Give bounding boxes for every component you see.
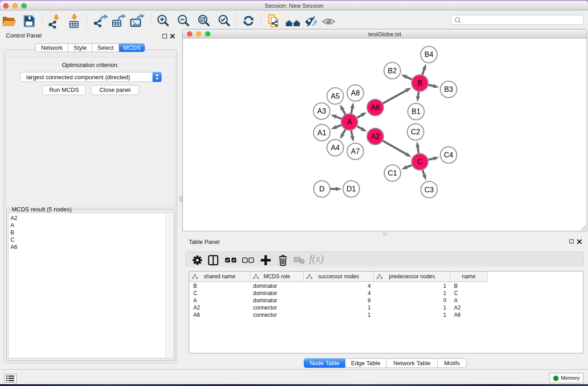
svg-text:A3: A3: [317, 107, 326, 115]
svg-text:B: B: [417, 79, 422, 87]
svg-text:B4: B4: [425, 51, 434, 58]
svg-text:C1: C1: [388, 169, 397, 177]
svg-text:D1: D1: [347, 185, 356, 193]
svg-text:B1: B1: [411, 108, 421, 115]
svg-text:C: C: [417, 158, 423, 166]
svg-text:C4: C4: [444, 151, 454, 159]
svg-text:B2: B2: [388, 67, 397, 75]
svg-text:A1: A1: [317, 129, 326, 137]
svg-text:A: A: [347, 118, 352, 126]
svg-text:C3: C3: [425, 186, 434, 194]
svg-text:B3: B3: [444, 86, 453, 93]
svg-text:A7: A7: [351, 148, 360, 155]
svg-text:A5: A5: [331, 92, 340, 100]
svg-text:C2: C2: [411, 128, 421, 136]
svg-text:A2: A2: [371, 133, 380, 140]
svg-text:A8: A8: [351, 89, 360, 97]
svg-text:A4: A4: [331, 144, 340, 152]
svg-text:D: D: [319, 185, 325, 193]
svg-text:A6: A6: [371, 104, 380, 111]
